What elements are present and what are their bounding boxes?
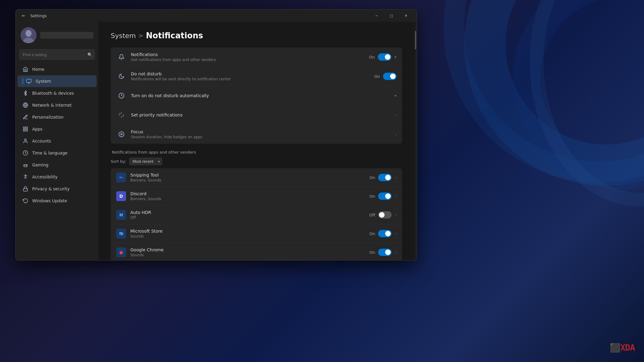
app-row-snipping-tool[interactable]: ✂ Snipping Tool Banners, Sounds On › — [111, 168, 402, 187]
sidebar-item-accounts[interactable]: Accounts — [17, 135, 97, 147]
windows-swirl — [399, 0, 644, 251]
app-row-discord[interactable]: D Discord Banners, Sounds On › — [111, 187, 402, 206]
app-toggle-label-discord: On — [370, 194, 375, 199]
app-icon-ms-store: 🛍 — [116, 229, 126, 238]
window-controls: ─ □ ✕ — [370, 11, 413, 21]
apps-section-heading: Notifications from apps and other sender… — [112, 150, 402, 154]
app-desc-auto-hdr: Off — [130, 215, 365, 220]
sidebar-item-home[interactable]: Home — [17, 63, 97, 75]
app-desc-ms-store: Sounds — [130, 234, 365, 238]
setting-desc-focus: Session duration, hide badges on apps — [131, 135, 390, 139]
maximize-button[interactable]: □ — [384, 11, 398, 21]
sidebar-item-privacy[interactable]: Privacy & security — [17, 183, 97, 195]
nav-label-accessibility: Accessibility — [32, 174, 58, 179]
sort-select[interactable]: Most recentNameSender — [129, 158, 162, 165]
sidebar-item-system[interactable]: System — [17, 75, 97, 87]
app-row-ms-store[interactable]: 🛍 Microsoft Store Sounds On › — [111, 224, 402, 243]
toggle-do-not-disturb[interactable] — [383, 73, 397, 80]
toggle-notifications[interactable] — [378, 53, 391, 61]
app-desc-google-chrome: Sounds — [130, 253, 365, 257]
sidebar-item-update[interactable]: Windows Update — [17, 195, 97, 207]
setting-row-focus[interactable]: Focus Session duration, hide badges on a… — [111, 125, 402, 144]
avatar — [21, 27, 36, 43]
app-toggle-thumb-google-chrome — [385, 250, 391, 255]
setting-row-notifications[interactable]: Notifications Get notifications from app… — [111, 48, 402, 67]
search-icon[interactable]: 🔍 — [87, 52, 92, 57]
app-right-discord: On › — [370, 192, 397, 200]
setting-row-priority[interactable]: Set priority notifications › — [111, 105, 402, 125]
sort-row: Sort by: Most recentNameSender ▾ — [111, 158, 402, 165]
search-input[interactable] — [19, 49, 95, 60]
nav-label-bluetooth: Bluetooth & devices — [32, 91, 74, 96]
app-desc-snipping-tool: Banners, Sounds — [130, 178, 365, 182]
close-button[interactable]: ✕ — [399, 11, 413, 21]
nav-icon-privacy — [22, 186, 29, 192]
app-toggle-auto-hdr[interactable] — [378, 211, 392, 219]
app-row-auto-hdr[interactable]: H Auto HDR Off Off › — [111, 206, 402, 224]
setting-icon-notifications — [116, 52, 127, 62]
nav-label-system: System — [36, 79, 51, 84]
app-toggle-discord[interactable] — [378, 192, 392, 200]
back-button[interactable]: ← — [19, 11, 28, 20]
app-right-snipping-tool: On › — [370, 174, 397, 181]
setting-text-focus: Focus Session duration, hide badges on a… — [131, 129, 390, 139]
chevron-right-icon-priority: › — [395, 112, 397, 117]
sidebar-item-time[interactable]: Time & language — [17, 147, 97, 159]
setting-icon-focus — [116, 129, 127, 139]
app-icon-google-chrome: ● — [116, 247, 126, 257]
setting-title-notifications: Notifications — [131, 52, 365, 57]
nav-icon-apps — [22, 126, 29, 132]
svg-line-28 — [123, 116, 123, 117]
xda-watermark: ⬛XDA — [610, 343, 635, 353]
app-toggle-label-snipping-tool: On — [370, 175, 375, 180]
app-row-google-chrome[interactable]: ● Google Chrome Sounds On › — [111, 243, 402, 260]
app-toggle-snipping-tool[interactable] — [378, 174, 392, 181]
app-icon-discord: D — [116, 191, 126, 201]
breadcrumb-parent[interactable]: System — [111, 32, 136, 40]
main-settings-card: Notifications Get notifications from app… — [111, 48, 402, 144]
sidebar-item-personalization[interactable]: Personalization — [17, 111, 97, 123]
toggle-label-notifications: On — [369, 55, 374, 59]
nav-icon-accessibility — [22, 174, 29, 180]
sidebar-item-apps[interactable]: Apps — [17, 123, 97, 135]
setting-row-auto-dnd[interactable]: Turn on do not disturb automatically ▾ — [111, 86, 402, 105]
setting-text-do-not-disturb: Do not disturb Notifications will be sen… — [131, 71, 370, 81]
setting-title-do-not-disturb: Do not disturb — [131, 71, 370, 76]
main-content: 🔍 Home System Bluetooth & devices Networ… — [16, 22, 417, 260]
scroll-thumb[interactable] — [415, 31, 416, 49]
app-toggle-label-auto-hdr: Off — [369, 213, 375, 217]
app-toggle-thumb-ms-store — [385, 231, 391, 236]
nav-label-personalization: Personalization — [32, 115, 63, 120]
setting-title-focus: Focus — [131, 129, 390, 134]
user-profile[interactable] — [16, 25, 98, 48]
app-right-ms-store: On › — [370, 230, 397, 237]
app-toggle-google-chrome[interactable] — [378, 249, 392, 256]
sidebar-item-bluetooth[interactable]: Bluetooth & devices — [17, 87, 97, 99]
setting-row-do-not-disturb[interactable]: Do not disturb Notifications will be sen… — [111, 67, 402, 86]
svg-point-31 — [119, 132, 124, 137]
titlebar: ← Settings ─ □ ✕ — [16, 10, 417, 22]
app-chevron-right-icon-auto-hdr: › — [395, 212, 397, 217]
app-toggle-label-ms-store: On — [370, 231, 375, 236]
app-chevron-right-icon-ms-store: › — [395, 231, 397, 236]
setting-icon-auto-dnd — [116, 90, 127, 101]
breadcrumb-current: Notifications — [146, 31, 203, 40]
nav-label-privacy: Privacy & security — [32, 186, 70, 191]
app-name-google-chrome: Google Chrome — [130, 247, 365, 252]
minimize-button[interactable]: ─ — [370, 11, 384, 21]
app-toggle-ms-store[interactable] — [378, 230, 392, 237]
app-chevron-right-icon-google-chrome: › — [395, 250, 397, 255]
svg-rect-7 — [27, 79, 31, 82]
nav-icon-update — [22, 198, 29, 204]
sidebar-item-gaming[interactable]: Gaming — [17, 159, 97, 171]
setting-text-notifications: Notifications Get notifications from app… — [131, 52, 365, 62]
setting-right-priority: › — [395, 112, 397, 117]
sidebar-item-accessibility[interactable]: Accessibility — [17, 171, 97, 183]
toggle-thumb-do-not-disturb — [390, 74, 396, 79]
nav-label-network: Network & internet — [32, 103, 72, 108]
setting-right-do-not-disturb: On — [374, 73, 397, 80]
sort-label: Sort by: — [111, 159, 126, 164]
content-area: System > Notifications Notifications Get… — [98, 22, 414, 260]
toggle-label-do-not-disturb: On — [374, 74, 380, 79]
sidebar-item-network[interactable]: Network & internet — [17, 99, 97, 111]
